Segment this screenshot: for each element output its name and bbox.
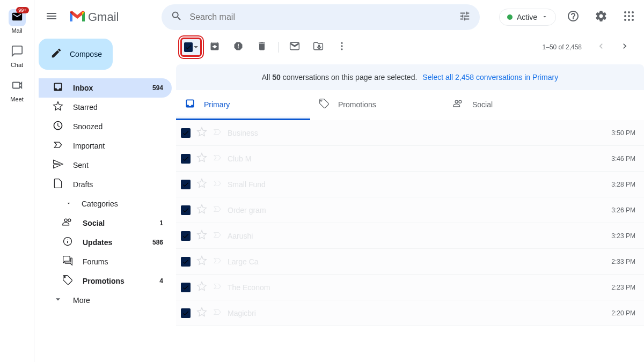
logo-text: Gmail [88, 10, 119, 24]
more-button[interactable] [331, 36, 353, 58]
older-button[interactable] [614, 36, 635, 58]
email-row[interactable]: Order gram3:26 PM [176, 197, 644, 223]
email-checkbox[interactable] [180, 205, 191, 216]
email-checkbox[interactable] [180, 128, 191, 138]
tab-label: Promotions [338, 100, 376, 109]
email-time: 3:26 PM [611, 206, 635, 214]
email-row[interactable]: Club M3:46 PM [176, 146, 644, 172]
email-checkbox[interactable] [180, 231, 191, 241]
star-icon[interactable] [196, 281, 207, 294]
tab-promotions[interactable]: Promotions [310, 90, 444, 120]
svg-point-10 [341, 42, 342, 44]
tab-icon [185, 98, 195, 110]
sidebar-item-categories[interactable]: Categories [39, 194, 172, 213]
gmail-logo[interactable]: Gmail [69, 10, 134, 25]
star-icon[interactable] [196, 307, 207, 320]
support-button[interactable] [562, 6, 584, 28]
tag-icon [62, 275, 73, 287]
important-marker-icon[interactable] [213, 307, 222, 319]
status-chip[interactable]: Active [499, 9, 556, 26]
apps-button[interactable] [618, 6, 640, 28]
email-row[interactable]: Small Fund3:28 PM [176, 172, 644, 197]
important-marker-icon[interactable] [213, 256, 222, 268]
star-icon[interactable] [196, 204, 207, 217]
star-icon[interactable] [196, 127, 207, 139]
email-row[interactable]: The Econom2:23 PM [176, 275, 644, 300]
search-bar [162, 4, 479, 30]
sidebar-item-label: Social [83, 219, 150, 227]
important-marker-icon[interactable] [213, 153, 222, 165]
important-marker-icon[interactable] [213, 127, 222, 139]
important-marker-icon[interactable] [213, 282, 222, 293]
sidebar-item-label: Snoozed [73, 122, 163, 131]
nav-rail-mail[interactable]: 99+ Mail [4, 4, 30, 39]
email-time: 3:50 PM [611, 129, 635, 137]
sidebar-item-label: Promotions [83, 277, 150, 285]
important-marker-icon[interactable] [213, 179, 222, 190]
svg-point-8 [632, 19, 634, 21]
star-icon[interactable] [196, 178, 207, 191]
sidebar-item-more[interactable]: More [39, 291, 172, 310]
star-icon[interactable] [196, 255, 207, 268]
email-sender: Magicbri [228, 309, 324, 317]
hamburger-icon [45, 10, 58, 25]
star-icon[interactable] [196, 152, 207, 165]
email-row[interactable]: Magicbri2:20 PM [176, 300, 644, 326]
mark-unread-button[interactable] [284, 36, 305, 58]
nav-rail-meet[interactable]: Meet [4, 73, 30, 107]
sidebar-item-promotions[interactable]: Promotions4 [48, 271, 172, 291]
sidebar-item-count: 1 [159, 219, 163, 227]
sidebar-item-inbox[interactable]: Inbox594 [39, 78, 172, 98]
tab-primary[interactable]: Primary [176, 90, 310, 120]
select-all-conversations-link[interactable]: Select all 2,458 conversations in Primar… [422, 73, 558, 82]
report-spam-button[interactable] [228, 36, 249, 58]
pencil-icon [50, 47, 62, 61]
search-button[interactable] [166, 6, 187, 28]
search-options-button[interactable] [454, 6, 475, 28]
svg-point-5 [632, 15, 634, 17]
sidebar-item-important[interactable]: Important [39, 136, 172, 156]
sidebar-item-label: Inbox [73, 84, 143, 92]
settings-button[interactable] [590, 6, 612, 28]
email-checkbox[interactable] [180, 282, 191, 293]
select-all-checkbox[interactable] [180, 38, 202, 57]
folder-move-icon [313, 41, 324, 54]
email-checkbox[interactable] [180, 179, 191, 190]
sidebar-item-updates[interactable]: Updates586 [48, 233, 172, 252]
star-icon[interactable] [196, 230, 207, 242]
header: Gmail Active [34, 0, 644, 34]
newer-button[interactable] [590, 36, 612, 58]
main-menu-button[interactable] [39, 4, 64, 30]
search-input[interactable] [187, 12, 453, 22]
email-time: 2:33 PM [611, 258, 635, 265]
sidebar-item-sent[interactable]: Sent [39, 156, 172, 175]
sidebar-item-snoozed[interactable]: Snoozed [39, 117, 172, 136]
compose-button[interactable]: Compose [39, 39, 113, 70]
important-marker-icon[interactable] [213, 230, 222, 242]
email-checkbox[interactable] [180, 308, 191, 319]
move-to-button[interactable] [308, 36, 329, 58]
email-list[interactable]: Business3:50 PMClub M3:46 PMSmall Fund3:… [176, 120, 644, 362]
sidebar-item-drafts[interactable]: Drafts [39, 175, 172, 194]
nav-rail-chat[interactable]: Chat [4, 39, 30, 73]
status-dot-icon [507, 14, 513, 20]
sidebar-item-starred[interactable]: Starred [39, 98, 172, 117]
archive-button[interactable] [204, 36, 225, 58]
tab-social[interactable]: Social [444, 90, 579, 120]
email-checkbox[interactable] [180, 153, 191, 164]
delete-button[interactable] [251, 36, 273, 58]
sidebar-item-social[interactable]: Social1 [48, 213, 172, 233]
page-info: 1–50 of 2,458 [543, 43, 582, 51]
email-row[interactable]: Aarushi3:23 PM [176, 223, 644, 249]
sidebar-item-forums[interactable]: Forums [48, 252, 172, 271]
important-marker-icon[interactable] [213, 204, 222, 216]
svg-point-0 [624, 11, 626, 13]
email-row[interactable]: Large Ca2:33 PM [176, 249, 644, 275]
info-icon [62, 236, 73, 249]
star-icon [53, 101, 63, 114]
chevron-right-icon [619, 41, 630, 54]
checkbox-checked-icon [181, 180, 191, 189]
toolbar-divider [278, 42, 279, 53]
email-row[interactable]: Business3:50 PM [176, 120, 644, 146]
email-checkbox[interactable] [180, 256, 191, 267]
